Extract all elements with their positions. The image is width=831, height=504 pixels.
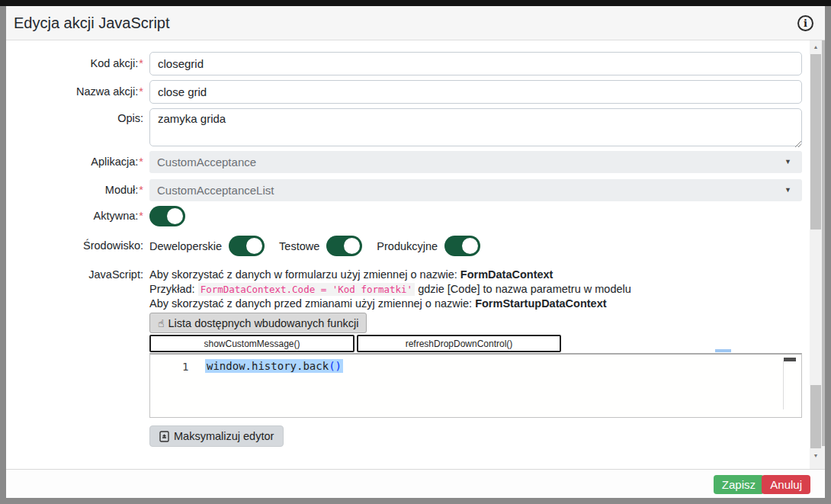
help-line-2: Przykład: FormDataContext.Code = 'Kod fo…: [149, 282, 631, 297]
required-asterisk: *: [139, 210, 143, 222]
help-line1-variable: FormDataContext: [460, 268, 553, 281]
action-name-input[interactable]: [149, 80, 802, 104]
help-line2-text: Przykład:: [149, 283, 198, 295]
help-line3-text: Aby skorzystać z danych przed zmianami u…: [149, 297, 475, 310]
editor-minimap-divider: [783, 361, 784, 409]
editor-overview-highlight: [715, 349, 731, 352]
chevron-down-icon: ▼: [784, 151, 791, 173]
builtin-functions-list-button[interactable]: ☝Lista dostępnych wbudowanych funkcji: [149, 313, 367, 333]
action-name-label: Nazwa akcji:*: [6, 80, 143, 104]
javascript-code-editor[interactable]: 1 window.history.back(): [149, 353, 802, 418]
editor-brackets: (): [329, 360, 342, 372]
builtin-functions-list-label: Lista dostępnych wbudowanych funkcji: [168, 317, 359, 329]
window-top-border: [0, 0, 831, 6]
active-label-text: Aktywna:: [94, 210, 139, 222]
help-line-3: Aby skorzystać z danych przed zmianami u…: [149, 297, 631, 311]
info-icon[interactable]: i: [797, 15, 813, 31]
cancel-button[interactable]: Anuluj: [762, 475, 810, 494]
editor-code-line[interactable]: window.history.back(): [205, 360, 343, 372]
javascript-help-text: Aby skorzystać z danych w formularzu uży…: [149, 268, 631, 311]
application-select-value: CustomAcceptance: [157, 156, 256, 169]
editor-line-number: 1: [182, 361, 188, 373]
dialog-footer: Zapisz Anuluj: [6, 469, 825, 498]
module-label-text: Moduł:: [105, 184, 139, 196]
environment-label-text: Środowisko:: [83, 239, 143, 252]
application-label: Aplikacja:*: [6, 151, 143, 173]
scroll-up-arrow-icon[interactable]: ▲: [810, 40, 822, 53]
env-prod-label: Produkcyjne: [377, 240, 438, 252]
textarea-resize-handle[interactable]: [794, 140, 801, 147]
javascript-label: JavaScript:: [6, 268, 143, 282]
editor-code-text: window.history.back: [207, 360, 329, 372]
scroll-down-arrow-icon[interactable]: ▼: [810, 450, 822, 463]
chevron-down-icon: ▼: [784, 179, 791, 201]
dialog-body: Kod akcji:* Nazwa akcji:* Opis: zamyka g…: [6, 40, 825, 469]
help-line1-text: Aby skorzystać z danych w formularzu uży…: [149, 268, 460, 281]
environment-toggles-row: Deweloperskie Testowe Produkcyjne: [149, 236, 480, 256]
env-dev-toggle[interactable]: [229, 236, 265, 256]
environment-label: Środowisko:: [6, 236, 143, 256]
toggle-knob: [462, 238, 478, 254]
maximize-editor-icon: [159, 431, 169, 442]
editor-selection: window.history.back(): [205, 359, 343, 373]
scrollbar-thumb[interactable]: [810, 54, 821, 230]
maximize-editor-label: Maksymalizuj edytor: [174, 430, 274, 442]
action-code-label: Kod akcji:*: [6, 52, 143, 75]
application-label-text: Aplikacja:: [91, 156, 138, 168]
scrollbar-thumb-lower[interactable]: [810, 385, 821, 448]
show-custom-message-button[interactable]: showCustomMessage(): [149, 335, 355, 352]
hand-pointer-icon: ☝: [158, 317, 165, 329]
help-code-sample: FormDataContext.Code = 'Kod formatki': [198, 283, 415, 296]
action-code-input[interactable]: [149, 52, 802, 75]
action-code-label-text: Kod akcji:: [90, 57, 138, 69]
description-textarea[interactable]: zamyka grida: [149, 108, 802, 146]
refresh-dropdown-control-button[interactable]: refreshDropDownControl(): [357, 335, 561, 352]
env-test-label: Testowe: [279, 240, 319, 252]
editor-minimap-line: [784, 358, 796, 361]
application-select[interactable]: CustomAcceptance ▼: [149, 151, 802, 173]
javascript-label-text: JavaScript:: [88, 268, 143, 281]
edit-action-dialog: Edycja akcji JavaScript i Kod akcji:* Na…: [6, 6, 825, 498]
required-asterisk: *: [139, 57, 143, 69]
active-toggle[interactable]: [149, 206, 185, 226]
description-label-text: Opis:: [117, 112, 143, 124]
active-label: Aktywna:*: [6, 206, 143, 226]
description-label: Opis:: [6, 108, 143, 129]
help-line2-suffix: gdzie [Code] to nazwa parametru w modelu: [415, 283, 631, 295]
maximize-editor-button[interactable]: Maksymalizuj edytor: [149, 425, 284, 447]
save-button[interactable]: Zapisz: [714, 475, 764, 494]
toggle-knob: [344, 238, 360, 254]
required-asterisk: *: [139, 85, 143, 98]
page-scrollbar-track[interactable]: [822, 40, 825, 469]
page-scrollbar-thumb[interactable]: [822, 40, 825, 446]
module-select-value: CustomAcceptanceList: [157, 184, 274, 197]
window-frame: Edycja akcji JavaScript i Kod akcji:* Na…: [0, 0, 831, 504]
dialog-titlebar: Edycja akcji JavaScript i: [6, 6, 825, 40]
toggle-knob: [167, 208, 183, 224]
toggle-knob: [246, 238, 262, 254]
required-asterisk: *: [139, 156, 143, 168]
help-line3-variable: FormStartupDataContext: [475, 297, 606, 310]
dialog-title: Edycja akcji JavaScript: [14, 6, 170, 40]
dialog-scrollbar[interactable]: ▲ ▼: [810, 40, 822, 469]
action-name-label-text: Nazwa akcji:: [76, 85, 138, 98]
env-prod-toggle[interactable]: [444, 236, 480, 256]
help-line-1: Aby skorzystać z danych w formularzu uży…: [149, 268, 631, 282]
env-dev-label: Deweloperskie: [149, 240, 222, 252]
module-label: Moduł:*: [6, 179, 143, 201]
module-select[interactable]: CustomAcceptanceList ▼: [149, 179, 802, 201]
env-test-toggle[interactable]: [326, 236, 362, 256]
required-asterisk: *: [139, 184, 143, 196]
